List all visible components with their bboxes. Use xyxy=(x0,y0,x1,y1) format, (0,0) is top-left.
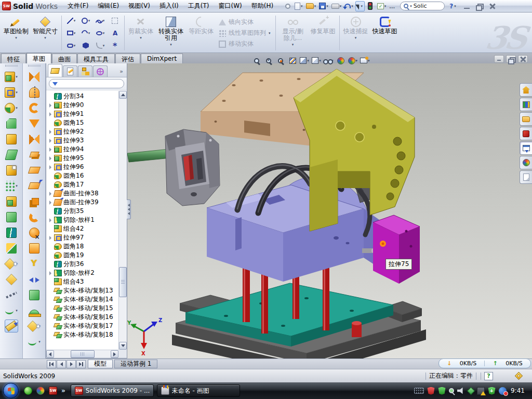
planar-surface-button[interactable] xyxy=(29,164,39,177)
quick-launch-overflow[interactable]: » xyxy=(61,387,65,394)
design-library-tab-tab[interactable] xyxy=(520,98,532,111)
line-button[interactable]: ▾ xyxy=(64,15,78,27)
volume-icon[interactable] xyxy=(457,387,465,395)
tree-item[interactable]: 实体-移动/复制13 xyxy=(48,286,118,295)
tree-item[interactable]: 拉伸91 xyxy=(48,110,118,118)
launch-media-icon[interactable] xyxy=(36,387,45,395)
command-tab[interactable]: DimXpert xyxy=(141,54,183,63)
quick-tips-button[interactable]: ? xyxy=(484,372,493,380)
replace-face-button[interactable] xyxy=(29,242,39,255)
dome-button[interactable] xyxy=(29,304,39,317)
command-tab[interactable]: 草图 xyxy=(26,53,51,63)
search-input[interactable]: ▾ Solic xyxy=(400,2,445,10)
graphics-viewport[interactable]: Y Z X xyxy=(127,63,532,358)
document-tab[interactable]: 模型 xyxy=(88,360,113,368)
toolbar-grip[interactable] xyxy=(5,65,18,66)
menu-item[interactable]: 文件(F) xyxy=(63,0,93,12)
reference-geometry-button[interactable]: ▾ xyxy=(5,257,18,270)
tray-search-icon[interactable] xyxy=(449,388,454,393)
convert-entities-button[interactable]: 转换实体引用▾ xyxy=(156,14,186,52)
trim-entities-button[interactable]: 剪裁实体▾ xyxy=(127,14,155,52)
instant3d-button[interactable] xyxy=(5,320,18,332)
scroll-up-button[interactable] xyxy=(119,91,127,99)
hole-wizard-button[interactable] xyxy=(6,164,17,177)
minimize-button[interactable] xyxy=(461,2,472,10)
select-button[interactable]: ▾ xyxy=(355,1,365,11)
menu-item[interactable]: 窗口(W) xyxy=(214,0,246,12)
freeform-button[interactable] xyxy=(29,70,39,83)
expander-icon[interactable] xyxy=(48,139,52,143)
view-settings-button[interactable]: ▾ xyxy=(359,55,371,66)
panel-overflow-button[interactable]: » xyxy=(119,68,125,77)
featuremanager-tab-tab[interactable] xyxy=(48,64,62,77)
tree-vertical-scrollbar[interactable] xyxy=(118,91,127,350)
reference-geometry-button[interactable]: ▾ xyxy=(28,320,41,332)
arc-button[interactable]: ▾ xyxy=(78,27,93,39)
prev-frame-button[interactable] xyxy=(57,360,66,368)
open-button[interactable]: ▾ xyxy=(305,1,317,11)
3d-model-canvas[interactable]: Y Z X xyxy=(127,63,532,358)
tree-item[interactable]: 拉伸95 xyxy=(48,154,118,163)
selection-box-button[interactable] xyxy=(108,15,122,27)
health-shield-icon[interactable] xyxy=(488,387,496,395)
body-move-copy-button[interactable] xyxy=(6,242,17,255)
expander-icon[interactable] xyxy=(48,156,52,161)
hide-show-items-button[interactable]: ▾ xyxy=(323,55,335,66)
tree-item[interactable]: 圆角16 xyxy=(48,171,118,180)
input-keyboard-icon[interactable] xyxy=(414,388,424,394)
tree-item[interactable]: 分割36 xyxy=(48,260,118,269)
rebuild-light-button[interactable] xyxy=(366,1,375,11)
tree-item[interactable]: 拉伸92 xyxy=(48,127,118,136)
expander-icon[interactable] xyxy=(48,112,52,116)
move-body-button[interactable] xyxy=(6,210,17,223)
tree-item[interactable]: 分割34 xyxy=(48,92,118,101)
security-shield-icon[interactable] xyxy=(438,387,446,395)
tree-item[interactable]: 圆角19 xyxy=(48,251,118,260)
launch-solidworks-icon[interactable]: SW xyxy=(49,387,57,395)
view-orientation-button[interactable]: ▾ xyxy=(299,55,310,66)
command-tab[interactable]: 评估 xyxy=(115,54,140,63)
design-checker-button[interactable]: ▾ xyxy=(376,1,388,11)
expander-icon[interactable] xyxy=(48,165,52,169)
custom-properties-tab-tab[interactable] xyxy=(520,170,532,184)
curves-button[interactable]: ▾ xyxy=(28,335,41,348)
new-document-button[interactable]: ▾ xyxy=(294,1,304,11)
chamfer-button[interactable] xyxy=(6,117,17,130)
launch-messenger-icon[interactable] xyxy=(24,387,32,395)
smart-dimension-button[interactable]: 智能尺寸▾ xyxy=(31,14,59,52)
taskbar-window-button[interactable]: SWSolidWorks 2009 - ... xyxy=(71,384,154,397)
tree-item[interactable]: 分割35 xyxy=(48,207,118,216)
document-tab[interactable]: 运动算例 1 xyxy=(114,360,157,368)
doc-minimize-button[interactable] xyxy=(494,55,504,63)
tree-item[interactable]: 实体-移动/复制15 xyxy=(48,304,118,313)
tree-item[interactable]: 拉伸97 xyxy=(48,233,118,242)
network-warning-icon[interactable] xyxy=(477,387,485,395)
help-button[interactable]: ?▾ xyxy=(447,3,458,10)
offset-surface-button[interactable] xyxy=(30,148,38,161)
last-frame-button[interactable] xyxy=(76,360,86,368)
propertymanager-tab-tab[interactable] xyxy=(63,65,77,77)
scroll-down-button[interactable] xyxy=(119,342,127,350)
display-style-button[interactable]: ▾ xyxy=(311,55,322,66)
save-button[interactable]: ▾ xyxy=(318,1,329,11)
combine-bodies-button[interactable] xyxy=(6,195,17,208)
swept-surface-button[interactable] xyxy=(29,101,39,114)
slot-button[interactable]: ▾ xyxy=(64,39,78,52)
doc-close-button[interactable] xyxy=(518,55,528,63)
tree-item[interactable]: 圆角18 xyxy=(48,242,118,251)
move-face-button[interactable] xyxy=(29,273,39,286)
expander-icon[interactable] xyxy=(48,271,52,275)
tree-item[interactable]: 组合43 xyxy=(48,277,118,286)
pin-button[interactable] xyxy=(283,1,292,11)
axis-button[interactable] xyxy=(6,288,17,301)
file-explorer-tab-tab[interactable] xyxy=(520,112,532,126)
view-palette-tab-tab[interactable] xyxy=(520,141,532,155)
polygon-button[interactable] xyxy=(78,39,93,52)
first-frame-button[interactable] xyxy=(47,360,56,368)
tree-item[interactable]: 曲面-拉伸38 xyxy=(48,189,118,198)
expander-icon[interactable] xyxy=(48,103,52,108)
print-button[interactable]: ▾ xyxy=(330,1,343,11)
next-frame-button[interactable] xyxy=(66,360,76,368)
taskbar-window-button[interactable]: 未命名 - 画图 xyxy=(157,384,240,397)
toolbox-tab-tab[interactable] xyxy=(520,127,532,140)
